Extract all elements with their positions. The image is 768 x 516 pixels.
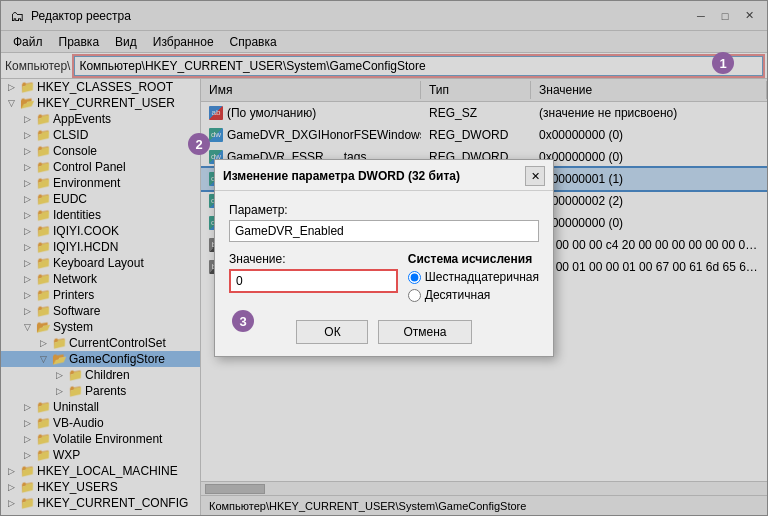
radio-hex-label[interactable]: Шестнадцатеричная xyxy=(425,270,539,284)
radix-label: Система исчисления xyxy=(408,252,539,266)
modal-buttons: ОК Отмена xyxy=(229,320,539,344)
radio-dec-row: Десятичная xyxy=(408,288,539,302)
value-input[interactable] xyxy=(229,269,398,293)
radio-dec[interactable] xyxy=(408,289,421,302)
value-section: Значение: xyxy=(229,252,398,293)
param-input[interactable] xyxy=(229,220,539,242)
radio-dec-label[interactable]: Десятичная xyxy=(425,288,491,302)
step3-number: 3 xyxy=(232,310,254,332)
step3-badge: 3 xyxy=(232,310,254,332)
param-label: Параметр: xyxy=(229,203,539,217)
modal-close-button[interactable]: ✕ xyxy=(525,166,545,186)
step1-badge: 1 xyxy=(712,52,734,74)
modal-body: Параметр: Значение: Система исчисления Ш… xyxy=(215,191,553,356)
cancel-button[interactable]: Отмена xyxy=(378,320,471,344)
radio-hex-row: Шестнадцатеричная xyxy=(408,270,539,284)
step2-badge: 2 xyxy=(188,133,210,155)
modal-title-bar: Изменение параметра DWORD (32 бита) ✕ xyxy=(215,160,553,191)
modal-dword-edit: Изменение параметра DWORD (32 бита) ✕ Па… xyxy=(214,159,554,357)
radio-hex[interactable] xyxy=(408,271,421,284)
radix-section: Система исчисления Шестнадцатеричная Дес… xyxy=(408,252,539,306)
modal-value-row: Значение: Система исчисления Шестнадцате… xyxy=(229,252,539,306)
modal-title: Изменение параметра DWORD (32 бита) xyxy=(223,169,460,183)
ok-button[interactable]: ОК xyxy=(296,320,368,344)
step1-number: 1 xyxy=(712,52,734,74)
step2-number: 2 xyxy=(188,133,210,155)
modal-overlay: Изменение параметра DWORD (32 бита) ✕ Па… xyxy=(0,0,768,516)
value-label: Значение: xyxy=(229,252,398,266)
app-container: 🗂 Редактор реестра ─ □ ✕ Файл Правка Вид… xyxy=(0,0,768,516)
